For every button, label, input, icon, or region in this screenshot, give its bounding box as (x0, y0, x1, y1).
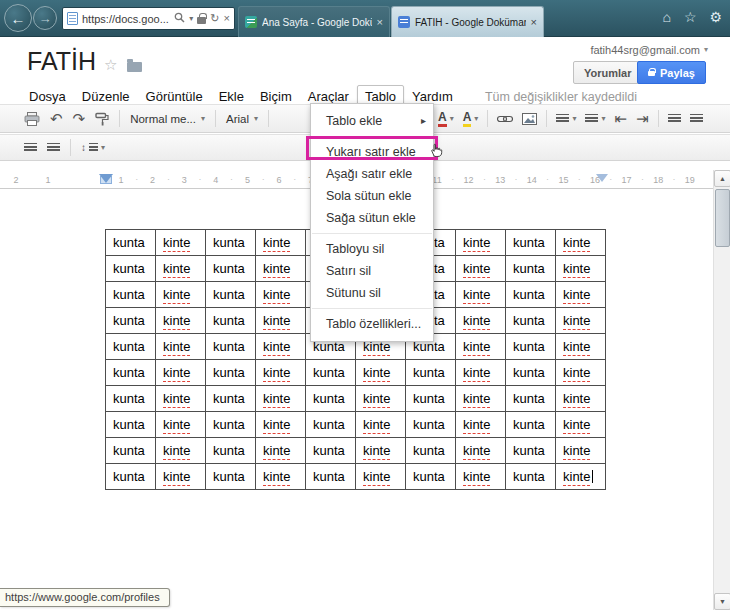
address-bar[interactable]: https://docs.goo... ▾ ↻ × (62, 7, 235, 30)
table-cell[interactable]: kunta (206, 256, 256, 282)
table-cell[interactable]: kunta (206, 230, 256, 256)
table-cell[interactable]: kinte (256, 386, 306, 412)
table-cell[interactable]: kinte (356, 360, 406, 386)
menu-item-satırı-sil[interactable]: Satırı sil (311, 260, 433, 282)
table-cell[interactable]: kinte (456, 360, 506, 386)
indent-icon[interactable]: ⇥ (636, 111, 649, 126)
table-cell[interactable]: kinte (456, 308, 506, 334)
scrollbar-thumb[interactable] (715, 189, 730, 247)
align-left-icon[interactable] (668, 114, 681, 124)
tab-fatih[interactable]: FATİH - Google Dokümanlar × (391, 6, 544, 37)
table-cell[interactable]: kinte (156, 386, 206, 412)
table-cell[interactable]: kinte (256, 412, 306, 438)
table-cell[interactable]: kunta (406, 464, 456, 490)
insert-image-icon[interactable] (522, 113, 537, 125)
table-cell[interactable]: kunta (506, 256, 556, 282)
table-cell[interactable]: kinte (456, 256, 506, 282)
forward-button[interactable]: → (33, 6, 57, 30)
redo-icon[interactable]: ↷ (73, 111, 86, 126)
tab-close-icon[interactable]: × (531, 16, 537, 28)
styles-dropdown[interactable]: Normal me... ▾ (130, 113, 205, 125)
table-cell[interactable]: kinte (156, 308, 206, 334)
table-cell[interactable]: kinte (556, 412, 606, 438)
table-cell[interactable]: kinte (356, 464, 406, 490)
left-margin-marker[interactable] (99, 174, 113, 190)
tab-ana-sayfa[interactable]: Ana Sayfa - Google Dokümanlar × (238, 6, 390, 37)
numbered-list-icon[interactable]: ▾ (556, 114, 576, 124)
vertical-scrollbar[interactable]: ▲ ▼ (713, 170, 730, 610)
insert-link-icon[interactable] (497, 114, 513, 124)
table-cell[interactable]: kinte (156, 230, 206, 256)
table-cell[interactable]: kinte (356, 438, 406, 464)
share-button[interactable]: Paylaş (637, 61, 706, 84)
tab-close-icon[interactable]: × (377, 16, 383, 28)
menu-item-sağa-sütun-ekle[interactable]: Sağa sütun ekle (311, 207, 433, 229)
table-cell[interactable]: kinte (156, 360, 206, 386)
align-justify-icon[interactable] (24, 143, 37, 153)
folder-icon[interactable] (127, 62, 142, 72)
table-cell[interactable]: kinte (256, 308, 306, 334)
table-cell[interactable]: kunta (206, 412, 256, 438)
table-cell[interactable]: kunta (206, 464, 256, 490)
undo-icon[interactable]: ↶ (50, 111, 63, 126)
table-cell[interactable]: kunta (206, 386, 256, 412)
table-cell[interactable]: kinte (256, 438, 306, 464)
table-cell[interactable]: kunta (106, 230, 156, 256)
gear-icon[interactable]: ⚙ (709, 10, 722, 24)
table-cell[interactable]: kinte (556, 438, 606, 464)
home-icon[interactable]: ⌂ (662, 10, 670, 24)
table-cell[interactable]: kinte (456, 386, 506, 412)
table-cell[interactable]: kunta (506, 334, 556, 360)
table-cell[interactable]: kunta (106, 360, 156, 386)
table-cell[interactable]: kinte (156, 256, 206, 282)
table-cell[interactable]: kunta (306, 360, 356, 386)
table-cell[interactable]: kunta (106, 334, 156, 360)
table-cell[interactable]: kunta (106, 282, 156, 308)
stop-icon[interactable]: × (224, 13, 230, 24)
table-cell[interactable]: kinte (256, 282, 306, 308)
table-cell[interactable]: kunta (206, 360, 256, 386)
table-cell[interactable]: kunta (506, 282, 556, 308)
align-right-icon[interactable] (47, 143, 60, 153)
font-dropdown[interactable]: Arial ▾ (226, 113, 258, 125)
table-cell[interactable]: kinte (456, 282, 506, 308)
highlight-color-icon[interactable]: A▾ (463, 111, 479, 127)
table-cell[interactable]: kinte (256, 230, 306, 256)
table-cell[interactable]: kunta (506, 438, 556, 464)
menu-item-tablo-ekle[interactable]: Tablo ekle▸ (311, 110, 433, 132)
table-cell[interactable]: kinte (556, 256, 606, 282)
table-cell[interactable]: kunta (506, 308, 556, 334)
table-cell[interactable]: kinte (256, 256, 306, 282)
table-cell[interactable]: kunta (506, 412, 556, 438)
table-cell[interactable]: kinte (556, 360, 606, 386)
table-cell[interactable]: kinte (556, 464, 606, 490)
table-cell[interactable]: kunta (506, 230, 556, 256)
table-cell[interactable]: kunta (406, 360, 456, 386)
table-cell[interactable]: kinte (556, 308, 606, 334)
text-color-icon[interactable]: A▾ (438, 111, 454, 127)
table-cell[interactable]: kinte (156, 412, 206, 438)
print-icon[interactable] (24, 112, 40, 126)
table-cell[interactable]: kinte (156, 282, 206, 308)
favorites-star-icon[interactable]: ☆ (684, 10, 697, 24)
table-cell[interactable]: kunta (506, 360, 556, 386)
account-menu[interactable]: fatih44srg@gmail.com ▾ (590, 44, 708, 56)
table-cell[interactable]: kinte (256, 464, 306, 490)
table-cell[interactable]: kunta (106, 412, 156, 438)
table-cell[interactable]: kinte (556, 334, 606, 360)
search-icon[interactable] (174, 12, 185, 25)
table-cell[interactable]: kinte (156, 464, 206, 490)
menu-item-tabloyu-sil[interactable]: Tabloyu sil (311, 238, 433, 260)
table-cell[interactable]: kinte (456, 412, 506, 438)
comments-button[interactable]: Yorumlar (573, 61, 642, 84)
table-cell[interactable]: kinte (456, 438, 506, 464)
align-center-icon[interactable] (690, 114, 703, 124)
table-cell[interactable]: kunta (306, 412, 356, 438)
table-cell[interactable]: kinte (556, 282, 606, 308)
scroll-up-button[interactable]: ▲ (714, 170, 730, 187)
refresh-icon[interactable]: ↻ (210, 13, 219, 24)
back-button[interactable]: ← (4, 4, 32, 32)
table-cell[interactable]: kunta (106, 438, 156, 464)
bulleted-list-icon[interactable]: ▾ (585, 114, 605, 124)
table-cell[interactable]: kinte (356, 386, 406, 412)
